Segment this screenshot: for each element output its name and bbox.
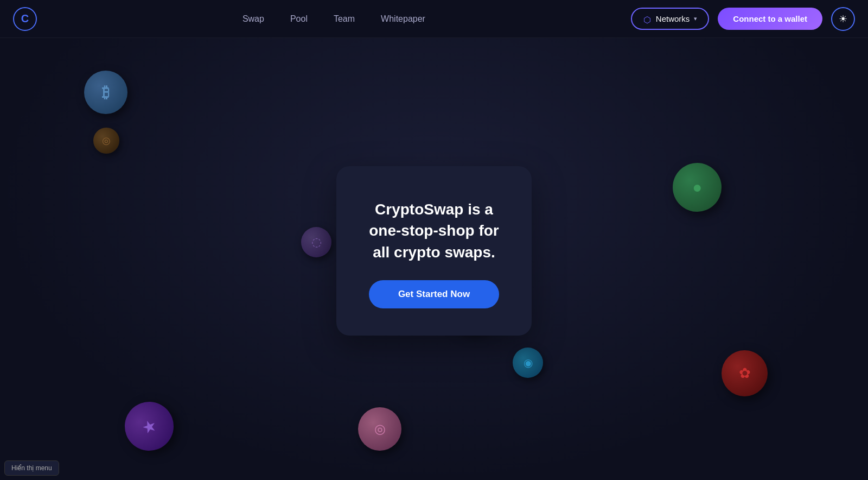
networks-icon <box>643 15 652 23</box>
theme-icon: ☀ <box>839 13 847 25</box>
coin-pink <box>358 407 401 451</box>
main-content: CryptoSwap is a one-stop-shop for all cr… <box>0 0 868 480</box>
navbar: C Swap Pool Team Whitepaper Networks ▾ C… <box>0 0 868 38</box>
navbar-right: Networks ▾ Connect to a wallet ☀ <box>631 7 855 31</box>
coin-brown-small <box>93 128 119 154</box>
coin-green <box>673 163 722 212</box>
coin-teal <box>513 348 543 378</box>
coin-partial-left <box>301 227 331 257</box>
hero-card: CryptoSwap is a one-stop-shop for all cr… <box>336 166 532 336</box>
logo[interactable]: C <box>13 7 37 31</box>
nav-pool[interactable]: Pool <box>290 14 308 24</box>
networks-button[interactable]: Networks ▾ <box>631 8 710 30</box>
nav-links: Swap Pool Team Whitepaper <box>242 14 425 24</box>
connect-wallet-button[interactable]: Connect to a wallet <box>718 8 822 30</box>
logo-letter: C <box>21 12 29 25</box>
nav-whitepaper[interactable]: Whitepaper <box>381 14 425 24</box>
nav-team[interactable]: Team <box>334 14 355 24</box>
coin-purple-swirl <box>118 395 180 457</box>
chevron-down-icon: ▾ <box>694 15 697 22</box>
theme-toggle-button[interactable]: ☀ <box>831 7 855 31</box>
coin-bitcoin-large <box>84 71 127 114</box>
coin-red <box>722 350 768 396</box>
networks-label: Networks <box>656 14 690 23</box>
debug-menu-button[interactable]: Hiển thị menu <box>4 460 59 476</box>
nav-swap[interactable]: Swap <box>242 14 264 24</box>
get-started-button[interactable]: Get Started Now <box>369 280 499 308</box>
hero-headline: CryptoSwap is a one-stop-shop for all cr… <box>369 199 499 263</box>
